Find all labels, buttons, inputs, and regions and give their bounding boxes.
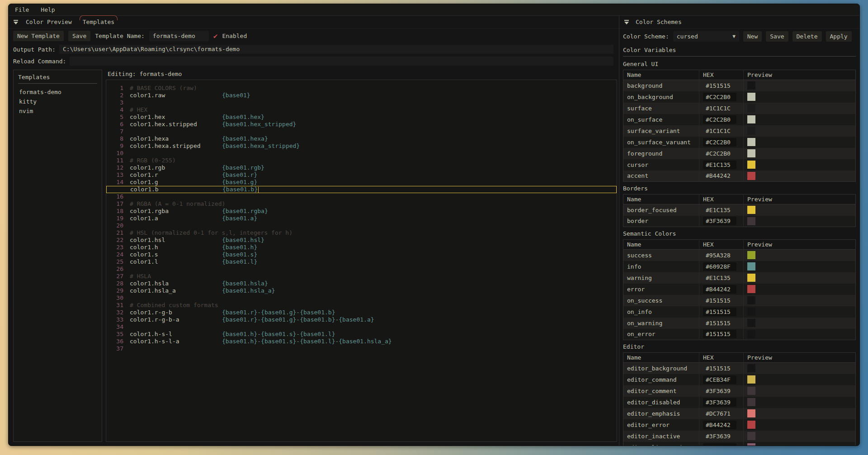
code-line[interactable]: 9color1.hexa.stripped{base01.hexa_stripp… — [106, 142, 617, 150]
tab-templates[interactable]: Templates — [82, 18, 115, 26]
color-preview-swatch[interactable] — [747, 432, 755, 440]
color-preview-swatch[interactable] — [747, 398, 755, 406]
code-line[interactable]: 22color1.hsl{base01.hsl} — [106, 237, 617, 244]
template-list-item[interactable]: formats-demo — [18, 87, 97, 97]
code-line[interactable]: 7 — [106, 128, 617, 135]
code-line[interactable]: 2color1.raw{base01} — [106, 92, 617, 99]
collapse-icon[interactable] — [13, 20, 19, 24]
code-line[interactable]: 34 — [106, 323, 617, 331]
code-line[interactable]: 12color1.rgb{base01.rgb} — [106, 164, 617, 171]
color-preview-swatch[interactable] — [747, 274, 755, 282]
hex-value-input[interactable]: #E1C135 — [703, 161, 736, 169]
hex-value-input[interactable]: #E1C135 — [703, 274, 736, 282]
hex-value-input[interactable]: #95A328 — [703, 251, 736, 260]
color-preview-swatch[interactable] — [747, 217, 755, 225]
enabled-checkbox[interactable]: ✔ — [213, 33, 218, 40]
hex-value-input[interactable]: #3F3639 — [703, 432, 736, 441]
hex-value-input[interactable]: #DC7671 — [703, 409, 736, 418]
color-preview-swatch[interactable] — [747, 421, 755, 429]
hex-value-input[interactable]: #3F3639 — [703, 398, 736, 407]
collapse-icon[interactable] — [624, 20, 629, 24]
color-preview-swatch[interactable] — [747, 127, 755, 135]
template-list-item[interactable]: kitty — [18, 97, 97, 106]
code-line[interactable]: 4# HEX — [106, 106, 617, 114]
hex-value-input[interactable]: #C2C2B0 — [703, 138, 736, 147]
color-preview-swatch[interactable] — [747, 251, 755, 259]
color-preview-swatch[interactable] — [747, 172, 755, 180]
reload-command-input[interactable] — [70, 57, 613, 66]
code-line[interactable]: 13color1.r{base01.r} — [106, 171, 617, 179]
scheme-apply-button[interactable]: Apply — [826, 31, 852, 42]
save-template-button[interactable]: Save — [68, 31, 90, 41]
hex-value-input[interactable]: #B44242 — [703, 285, 736, 294]
code-line[interactable]: 18color1.rgba{base01.rgba} — [106, 208, 617, 215]
scheme-save-button[interactable]: Save — [766, 31, 788, 42]
hex-value-input[interactable]: #151515 — [703, 330, 736, 338]
code-line[interactable]: 19color1.a{base01.a} — [106, 215, 617, 222]
code-line[interactable]: 3 — [106, 99, 617, 106]
hex-value-input[interactable]: #151515 — [703, 296, 736, 305]
color-preview-swatch[interactable] — [747, 285, 755, 293]
code-line[interactable]: 25color1.l{base01.l} — [106, 258, 617, 265]
color-preview-swatch[interactable] — [747, 409, 755, 417]
hex-value-input[interactable]: #E1C135 — [703, 206, 736, 214]
hex-value-input[interactable]: #86596C — [703, 443, 736, 446]
code-line[interactable]: 6color1.hex.stripped{base01.hex_stripped… — [106, 121, 617, 128]
hex-value-input[interactable]: #3F3639 — [703, 387, 736, 395]
code-line[interactable]: 23color1.h{base01.h} — [106, 244, 617, 251]
color-preview-swatch[interactable] — [747, 443, 755, 446]
color-preview-swatch[interactable] — [747, 296, 755, 304]
code-line[interactable]: 5color1.hex{base01.hex} — [106, 114, 617, 121]
code-line[interactable]: 20 — [106, 222, 617, 229]
hex-value-input[interactable]: #B44242 — [703, 171, 736, 180]
color-preview-swatch[interactable] — [747, 330, 755, 338]
code-line-active[interactable]: 15color1.b{base01.b} — [106, 186, 617, 193]
code-line[interactable]: 30 — [106, 294, 617, 302]
hex-value-input[interactable]: #CEB34F — [703, 375, 736, 384]
hex-value-input[interactable]: #151515 — [703, 319, 736, 327]
hex-value-input[interactable]: #60928F — [703, 262, 736, 271]
tab-color-preview[interactable]: Color Preview — [25, 18, 73, 26]
hex-value-input[interactable]: #3F3639 — [703, 217, 736, 225]
color-preview-swatch[interactable] — [747, 93, 755, 101]
color-preview-swatch[interactable] — [747, 387, 755, 395]
new-template-button[interactable]: New Template — [13, 31, 64, 41]
scheme-new-button[interactable]: New — [743, 31, 762, 42]
color-preview-swatch[interactable] — [747, 375, 755, 384]
hex-value-input[interactable]: #1C1C1C — [703, 104, 736, 113]
color-preview-swatch[interactable] — [747, 308, 755, 316]
template-name-input[interactable]: formats-demo — [149, 31, 209, 41]
hex-value-input[interactable]: #151515 — [703, 308, 736, 316]
menu-item-file[interactable]: File — [15, 6, 29, 13]
scheme-delete-button[interactable]: Delete — [793, 31, 822, 42]
hex-value-input[interactable]: #C2C2B0 — [703, 93, 736, 101]
color-preview-swatch[interactable] — [747, 149, 755, 157]
code-line[interactable]: 16 — [106, 193, 617, 200]
color-preview-swatch[interactable] — [747, 319, 755, 327]
color-preview-swatch[interactable] — [747, 115, 755, 123]
hex-value-input[interactable]: #C2C2B0 — [703, 115, 736, 124]
color-preview-swatch[interactable] — [747, 161, 755, 169]
menu-item-help[interactable]: Help — [41, 6, 55, 13]
code-editor[interactable]: 1# BASE COLORS (raw)2color1.raw{base01}3… — [106, 80, 617, 442]
code-line[interactable]: 14color1.g{base01.g} — [106, 179, 617, 186]
code-line[interactable]: 10 — [106, 150, 617, 157]
code-line[interactable]: 31# Combined custom formats — [106, 302, 617, 309]
code-line[interactable]: 17# RGBA (A = 0-1 normalized) — [106, 200, 617, 208]
code-line[interactable]: 36color1.h-s-l-a{base01.h}-{base01.s}-{b… — [106, 338, 617, 345]
code-line[interactable]: 28color1.hsla{base01.hsla} — [106, 280, 617, 287]
color-preview-swatch[interactable] — [747, 364, 755, 372]
code-line[interactable]: 29color1.hsla_a{base01.hsla_a} — [106, 287, 617, 294]
hex-value-input[interactable]: #1C1C1C — [703, 127, 736, 135]
code-line[interactable]: 27# HSLA — [106, 273, 617, 280]
hex-value-input[interactable]: #151515 — [703, 364, 736, 373]
code-line[interactable]: 37 — [106, 345, 617, 352]
code-line[interactable]: 21# HSL (normalized 0-1 for s,l, integer… — [106, 229, 617, 237]
color-preview-swatch[interactable] — [747, 262, 755, 270]
code-line[interactable]: 32color1.r-g-b{base01.r}-{base01.g}-{bas… — [106, 309, 617, 316]
hex-value-input[interactable]: #151515 — [703, 81, 736, 90]
code-line[interactable]: 33color1.r-g-b-a{base01.r}-{base01.g}-{b… — [106, 316, 617, 323]
output-path-input[interactable]: C:\Users\user\AppData\Roaming\clrsync\fo… — [59, 45, 613, 54]
color-preview-swatch[interactable] — [747, 138, 755, 146]
hex-value-input[interactable]: #C2C2B0 — [703, 149, 736, 158]
